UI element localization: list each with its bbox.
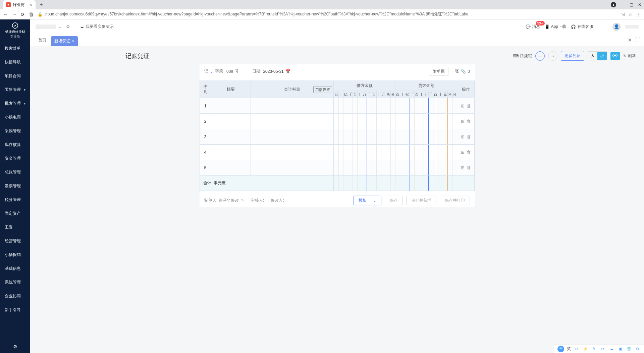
sidebar-item-13[interactable]: 工资 [0, 220, 30, 234]
add-row-icon[interactable]: ⊞ [461, 150, 465, 155]
digit-cell[interactable] [410, 160, 414, 175]
add-row-icon[interactable]: ⊞ [461, 134, 465, 139]
digit-cell[interactable] [372, 160, 376, 175]
digit-cell[interactable] [429, 145, 433, 160]
digit-cell[interactable] [367, 160, 372, 175]
digit-cell[interactable] [391, 98, 395, 114]
app-download-button[interactable]: 📱 App下载 [545, 24, 566, 30]
reload-button[interactable]: ⟳ [21, 12, 25, 17]
cell-summary[interactable] [211, 145, 251, 160]
star-icon[interactable]: ☆ [628, 12, 633, 17]
digit-cell[interactable] [362, 114, 367, 129]
more-vouchers-button[interactable]: 更多凭证 [561, 51, 584, 61]
sidebar-item-19[interactable]: 新手引导 [0, 303, 30, 317]
sidebar-item-6[interactable]: 采购管理 [0, 124, 30, 138]
trash-icon[interactable]: 🗑 [29, 12, 34, 17]
digit-cell[interactable] [452, 114, 457, 129]
digit-cell[interactable] [443, 160, 447, 175]
cell-summary[interactable] [211, 114, 251, 129]
add-row-icon[interactable]: ⊞ [461, 103, 465, 108]
fullscreen-icon[interactable]: ⛶ [635, 37, 641, 43]
digit-cell[interactable] [381, 114, 386, 129]
digit-cell[interactable] [372, 145, 376, 160]
digit-cell[interactable] [452, 129, 457, 145]
digit-cell[interactable] [362, 160, 367, 175]
digit-cell[interactable] [381, 145, 386, 160]
ime-lang[interactable]: 英 [567, 346, 571, 352]
digit-cell[interactable] [386, 129, 390, 145]
digit-cell[interactable] [334, 160, 338, 175]
digit-cell[interactable] [414, 160, 419, 175]
preview-button[interactable]: 👁 [610, 52, 620, 60]
digit-cell[interactable] [429, 98, 433, 114]
shortcut-button[interactable]: ⌨ 快捷键 [513, 53, 532, 59]
cell-subject[interactable] [251, 114, 334, 129]
delete-row-icon[interactable]: 🗑 [467, 134, 471, 139]
digit-cell[interactable] [419, 129, 424, 145]
cell-subject[interactable] [251, 98, 334, 114]
digit-cell[interactable] [429, 160, 433, 175]
digit-cell[interactable] [362, 98, 367, 114]
digit-cell[interactable] [358, 160, 362, 175]
digit-cell[interactable] [429, 129, 433, 145]
digit-cell[interactable] [362, 129, 367, 145]
digit-cell[interactable] [353, 145, 358, 160]
digit-cell[interactable] [386, 98, 390, 114]
digit-cell[interactable] [419, 114, 424, 129]
forward-button[interactable]: → [12, 12, 17, 17]
digit-cell[interactable] [381, 160, 386, 175]
sidebar-item-9[interactable]: 总账管理 [0, 165, 30, 179]
digit-cell[interactable] [343, 98, 348, 114]
digit-cell[interactable] [358, 145, 362, 160]
digit-cell[interactable] [438, 129, 443, 145]
digit-cell[interactable] [334, 145, 338, 160]
digit-cell[interactable] [452, 98, 457, 114]
size-large-button[interactable]: 大 [588, 52, 597, 60]
digit-cell[interactable] [376, 129, 381, 145]
sidebar-item-16[interactable]: 基础信息 [0, 262, 30, 275]
digit-cell[interactable] [447, 114, 452, 129]
digit-cell[interactable] [438, 160, 443, 175]
digit-cell[interactable] [424, 114, 429, 129]
save-and-new-button[interactable]: 保存并新增 [406, 196, 436, 205]
digit-cell[interactable] [414, 114, 419, 129]
digit-cell[interactable] [433, 114, 438, 129]
demo-link[interactable]: ☁ 我要看实例演示 [80, 24, 114, 30]
settings-icon[interactable]: ⚙ [635, 346, 641, 352]
digit-cell[interactable] [443, 129, 447, 145]
digit-cell[interactable] [405, 98, 410, 114]
digit-cell[interactable] [381, 129, 386, 145]
digit-cell[interactable] [367, 98, 372, 114]
digit-cell[interactable] [405, 145, 410, 160]
digit-cell[interactable] [419, 98, 424, 114]
tab-new-voucher[interactable]: 新增凭证 × [51, 36, 78, 46]
cell-subject[interactable] [251, 129, 334, 145]
digit-cell[interactable] [391, 160, 395, 175]
digit-cell[interactable] [376, 160, 381, 175]
digit-cell[interactable] [419, 145, 424, 160]
digit-cell[interactable] [433, 129, 438, 145]
digit-cell[interactable] [372, 98, 376, 114]
save-and-print-button[interactable]: 保存并打印 [440, 196, 470, 205]
digit-cell[interactable] [447, 160, 452, 175]
digit-cell[interactable] [433, 98, 438, 114]
sidebar-item-18[interactable]: 企业协同 [0, 289, 30, 303]
digit-cell[interactable] [338, 114, 343, 129]
digit-cell[interactable] [443, 145, 447, 160]
digit-cell[interactable] [414, 98, 419, 114]
digit-cell[interactable] [400, 160, 405, 175]
digit-cell[interactable] [438, 98, 443, 114]
new-tab-button[interactable]: + [40, 2, 43, 8]
save-button[interactable]: 保存 [385, 196, 403, 205]
back-button[interactable]: ← [3, 12, 8, 17]
org-selector[interactable]: ⌄ ⚙ [36, 24, 70, 29]
install-icon[interactable]: ⇲ [621, 12, 625, 17]
cell-summary[interactable] [211, 129, 251, 145]
digit-cell[interactable] [391, 114, 395, 129]
add-row-icon[interactable]: ⊞ [461, 119, 465, 124]
digit-cell[interactable] [376, 98, 381, 114]
digit-cell[interactable] [452, 145, 457, 160]
tab-close-icon[interactable]: × [30, 2, 32, 7]
digit-cell[interactable] [429, 114, 433, 129]
voucher-number-input[interactable]: 008 号 [226, 68, 239, 74]
